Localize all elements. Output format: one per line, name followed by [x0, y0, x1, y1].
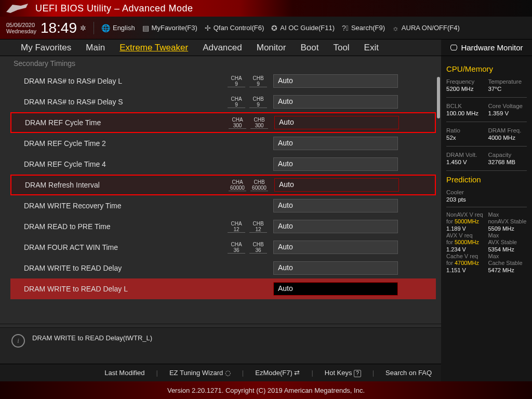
info-icon: i: [11, 334, 25, 348]
cha-readout: CHA12: [228, 221, 245, 233]
hotkeys-label: Hot Keys: [325, 369, 352, 377]
pred-req-label: AVX V reqfor 5000MHz: [446, 232, 485, 246]
search-icon: ?⃝: [342, 24, 349, 32]
stat-label: Temperature: [488, 78, 527, 85]
setting-label: DRAM FOUR ACT WIN Time: [24, 243, 206, 251]
search-label: Search(F9): [351, 24, 385, 32]
globe-icon: 🌐: [101, 24, 110, 32]
tab-advanced[interactable]: Advanced: [203, 43, 242, 53]
ez-tuning-wizard-link[interactable]: EZ Tuning Wizard ◌: [169, 369, 231, 377]
setting-row[interactable]: DRAM REF Cycle TimeCHA300CHB300Auto: [10, 112, 436, 133]
fan-icon: ✢: [205, 24, 211, 32]
switch-icon: ⇄: [294, 369, 300, 377]
help-text: DRAM WRITE to READ Delay(tWTR_L): [32, 334, 152, 342]
tab-exit[interactable]: Exit: [364, 43, 379, 53]
bios-title: UEFI BIOS Utility – Advanced Mode: [35, 3, 193, 14]
cha-readout: CHA36: [228, 242, 245, 254]
settings-scrollbar[interactable]: [437, 77, 440, 263]
ezmode-link[interactable]: EzMode(F7) ⇄: [255, 369, 300, 377]
tab-main[interactable]: Main: [86, 43, 105, 53]
setting-value-field[interactable]: Auto: [274, 116, 399, 129]
tab-extreme-tweaker[interactable]: Extreme Tweaker: [119, 43, 188, 53]
tab-monitor[interactable]: Monitor: [257, 43, 286, 53]
pred-max-label: MaxnonAVX Stable: [488, 211, 527, 225]
cha-readout: CHA9: [228, 75, 245, 87]
stat-label: Core Voltage: [488, 103, 527, 109]
aioc-label: AI OC Guide(F11): [280, 24, 335, 32]
tab-boot[interactable]: Boot: [300, 43, 318, 53]
prediction-title: Prediction: [446, 175, 527, 184]
monitor-icon: 🖵: [450, 43, 458, 52]
setting-value-field[interactable]: Auto: [273, 137, 398, 150]
stat-value: 37°C: [488, 86, 527, 92]
setting-label: DRAM RAS# to RAS# Delay L: [24, 77, 206, 85]
setting-row[interactable]: DRAM REF Cycle Time 2Auto: [10, 133, 436, 154]
main-nav: My Favorites Main Extreme Tweaker Advanc…: [0, 39, 532, 56]
search-button[interactable]: ?⃝ Search(F9): [342, 24, 385, 32]
datetime-block: 05/06/2020 Wednesday 18:49 ✲: [6, 20, 86, 36]
pred-req-label: NonAVX V reqfor 5000MHz: [446, 211, 485, 225]
hardware-monitor-tab[interactable]: 🖵 Hardware Monitor: [441, 39, 532, 56]
aura-icon: ☼: [392, 24, 399, 32]
setting-value-field[interactable]: Auto: [274, 178, 399, 192]
stat-value: 1.450 V: [446, 159, 485, 165]
setting-value-field[interactable]: Auto: [273, 95, 398, 109]
version-footer: Version 2.20.1271. Copyright (C) 2019 Am…: [0, 381, 532, 399]
stat-value: 32768 MB: [488, 159, 527, 165]
setting-value-field[interactable]: Auto: [273, 74, 398, 88]
clock-settings-icon[interactable]: ✲: [80, 24, 86, 32]
stat-label: BCLK: [446, 103, 485, 109]
myfavorite-button[interactable]: ▤ MyFavorite(F3): [142, 24, 197, 32]
setting-row[interactable]: DRAM FOUR ACT WIN TimeCHA36CHB36Auto: [10, 237, 436, 258]
setting-label: DRAM WRITE to READ Delay: [24, 264, 206, 272]
setting-value-field[interactable]: Auto: [273, 199, 398, 212]
hotkeys-link[interactable]: Hot Keys ?: [325, 369, 361, 377]
last-modified-link[interactable]: Last Modified: [104, 369, 144, 377]
cha-readout: CHA60000: [229, 179, 246, 191]
pred-max-label: MaxAVX Stable: [488, 232, 527, 246]
hardware-monitor-panel: CPU/Memory FrequencyTemperature5200 MHz3…: [441, 56, 532, 381]
aura-label: AURA ON/OFF(F4): [402, 24, 460, 32]
setting-label: DRAM REF Cycle Time 4: [24, 160, 206, 168]
setting-row[interactable]: DRAM WRITE to READ Delay LAuto: [10, 278, 436, 299]
aura-button[interactable]: ☼ AURA ON/OFF(F4): [392, 24, 460, 32]
setting-row[interactable]: DRAM RAS# to RAS# Delay LCHA9CHB9Auto: [10, 71, 436, 91]
question-key-icon: ?: [354, 370, 361, 377]
pred-req-value: 1.234 V: [446, 246, 485, 252]
setting-row[interactable]: DRAM Refresh IntervalCHA60000CHB60000Aut…: [10, 175, 436, 195]
setting-label: DRAM WRITE to READ Delay L: [24, 285, 206, 293]
setting-row[interactable]: DRAM RAS# to RAS# Delay SCHA9CHB9Auto: [10, 91, 436, 112]
tab-my-favorites[interactable]: My Favorites: [21, 43, 71, 53]
aioc-button[interactable]: ✪ AI OC Guide(F11): [271, 24, 335, 32]
scrollbar-thumb[interactable]: [437, 77, 440, 118]
qfan-button[interactable]: ✢ Qfan Control(F6): [205, 24, 264, 32]
pred-req-label: Cache V reqfor 4700MHz: [446, 253, 485, 267]
setting-row[interactable]: DRAM REF Cycle Time 4Auto: [10, 154, 436, 175]
stat-label: Ratio: [446, 127, 485, 134]
lightbulb-icon: ◌: [225, 369, 231, 377]
setting-row[interactable]: DRAM WRITE Recovery TimeAuto: [10, 195, 436, 216]
chb-readout: CHB60000: [250, 179, 268, 191]
section-header: Secondary Timings: [0, 56, 441, 71]
setting-value-field[interactable]: Auto: [273, 241, 398, 254]
stat-label: Frequency: [446, 78, 485, 85]
language-selector[interactable]: 🌐 English: [101, 24, 135, 32]
setting-value-field[interactable]: Auto: [273, 261, 398, 275]
date-text: 05/06/2020: [6, 22, 36, 28]
setting-value-field[interactable]: Auto: [273, 282, 398, 296]
myfavorite-label: MyFavorite(F3): [152, 24, 197, 32]
qfan-label: Qfan Control(F6): [214, 24, 264, 32]
setting-value-field[interactable]: Auto: [273, 220, 398, 233]
rog-logo-icon: [5, 3, 30, 14]
setting-value-field[interactable]: Auto: [273, 157, 398, 171]
pred-max-label: MaxCache Stable: [488, 253, 527, 267]
cha-readout: CHA9: [228, 96, 245, 108]
setting-row[interactable]: DRAM WRITE to READ DelayAuto: [10, 258, 436, 278]
pred-req-value: 1.189 V: [446, 225, 485, 232]
search-faq-link[interactable]: Search on FAQ: [385, 369, 432, 377]
stat-label: DRAM Volt.: [446, 152, 485, 158]
setting-label: DRAM READ to PRE Time: [24, 222, 206, 231]
list-icon: ▤: [142, 24, 149, 32]
tab-tool[interactable]: Tool: [333, 43, 349, 53]
setting-row[interactable]: DRAM READ to PRE TimeCHA12CHB12Auto: [10, 216, 436, 237]
